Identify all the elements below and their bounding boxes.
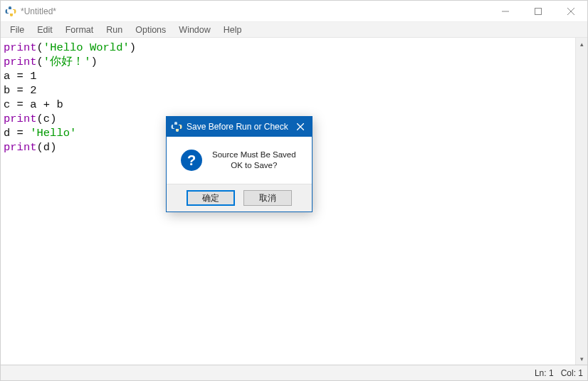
- ok-button[interactable]: 确定: [187, 190, 235, 206]
- vertical-scrollbar[interactable]: ▴ ▾: [575, 38, 587, 365]
- menu-file[interactable]: File: [4, 22, 31, 38]
- menu-edit[interactable]: Edit: [31, 22, 59, 38]
- cancel-button[interactable]: 取消: [243, 190, 292, 206]
- scroll-down-icon[interactable]: ▾: [576, 353, 587, 365]
- python-idle-icon: [171, 121, 182, 132]
- svg-rect-1: [535, 8, 542, 14]
- close-button[interactable]: [555, 1, 587, 21]
- dialog-close-button[interactable]: [292, 120, 309, 134]
- save-before-run-dialog: Save Before Run or Check ? Source Must B…: [166, 116, 313, 212]
- code-line: c = a + b: [4, 98, 572, 112]
- maximize-button[interactable]: [522, 1, 555, 21]
- dialog-message-line2: OK to Save?: [212, 160, 296, 171]
- dialog-message: Source Must Be Saved OK to Save?: [212, 150, 296, 171]
- window-controls: [489, 1, 587, 21]
- dialog-button-row: 确定 取消: [167, 184, 312, 212]
- menu-bar: File Edit Format Run Options Window Help: [1, 22, 587, 38]
- status-bar: Ln: 1 Col: 1: [1, 365, 587, 380]
- dialog-title-bar[interactable]: Save Before Run or Check: [167, 117, 312, 137]
- scroll-up-icon[interactable]: ▴: [576, 38, 587, 50]
- menu-run[interactable]: Run: [100, 22, 129, 38]
- code-line: print('Hello World'): [4, 41, 572, 55]
- title-bar: *Untitled*: [1, 1, 587, 22]
- menu-options[interactable]: Options: [129, 22, 172, 38]
- dialog-body: ? Source Must Be Saved OK to Save?: [167, 137, 312, 184]
- code-line: b = 2: [4, 83, 572, 98]
- menu-window[interactable]: Window: [172, 22, 216, 38]
- python-idle-icon: [5, 6, 16, 17]
- menu-format[interactable]: Format: [59, 22, 100, 38]
- dialog-message-line1: Source Must Be Saved: [212, 150, 296, 160]
- dialog-title: Save Before Run or Check: [187, 122, 292, 132]
- status-line-number: Ln: 1: [535, 368, 554, 378]
- question-icon: ?: [181, 150, 202, 171]
- minimize-button[interactable]: [489, 1, 522, 21]
- code-line: a = 1: [4, 69, 572, 83]
- window-title: *Untitled*: [21, 6, 489, 16]
- menu-help[interactable]: Help: [217, 22, 248, 38]
- code-line: print('你好！'): [4, 55, 572, 69]
- status-column-number: Col: 1: [561, 368, 583, 378]
